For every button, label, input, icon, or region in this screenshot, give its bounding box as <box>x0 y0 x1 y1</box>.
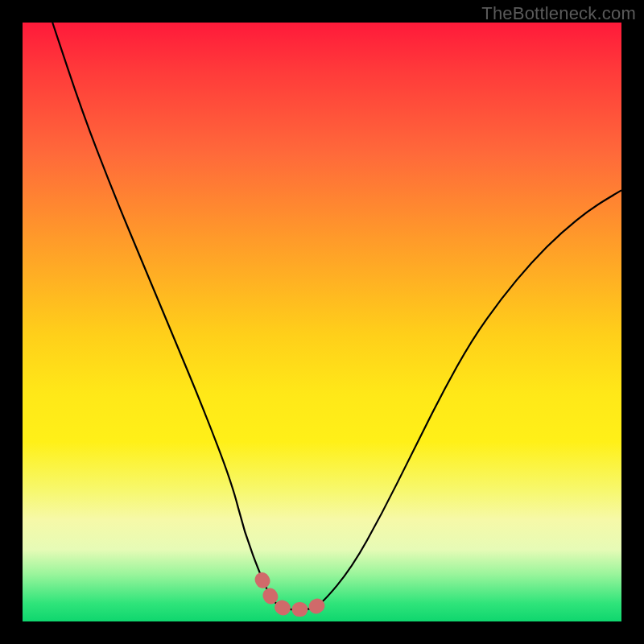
watermark-text: TheBottleneck.com <box>481 3 636 24</box>
chart-frame: TheBottleneck.com <box>0 0 644 644</box>
chart-plot-area <box>23 23 621 621</box>
optimal-region-marker <box>262 580 322 609</box>
chart-svg <box>23 23 621 621</box>
bottleneck-curve <box>52 23 621 609</box>
